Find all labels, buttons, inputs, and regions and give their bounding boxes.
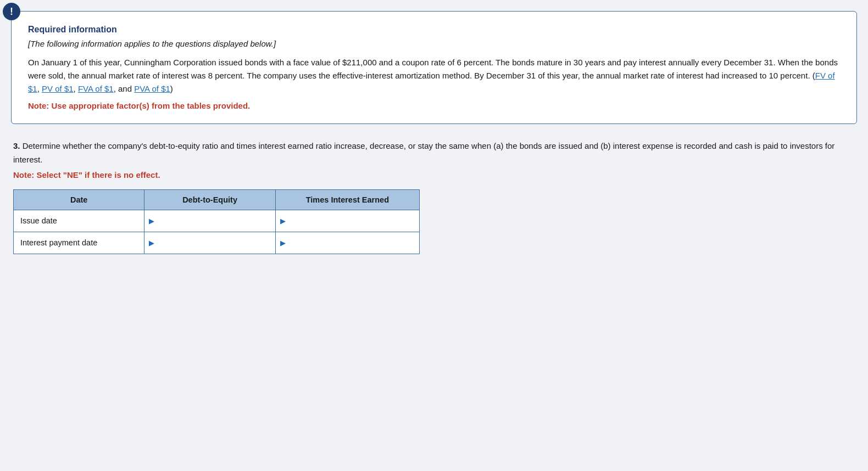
- link-separator-3: , and: [114, 84, 135, 93]
- col-header-debt-equity: Debt-to-Equity: [144, 189, 275, 210]
- italic-info-line: [The following information applies to th…: [28, 39, 840, 48]
- link-pva[interactable]: PVA of $1: [134, 84, 170, 93]
- paragraph-end: ): [170, 84, 173, 93]
- ratios-table: Date Debt-to-Equity Times Interest Earne…: [13, 189, 420, 254]
- row-1-debt-equity-cell[interactable]: ▶: [144, 210, 275, 232]
- info-icon: !: [3, 3, 20, 20]
- row-2-label: Interest payment date: [14, 232, 144, 254]
- row-2-debt-equity-cell[interactable]: ▶: [144, 232, 275, 254]
- question-text: 3. Determine whether the company's debt-…: [13, 139, 855, 167]
- question-note: Note: Select "NE" if there is no effect.: [13, 170, 855, 180]
- row-1-times-interest-cell[interactable]: ▶: [275, 210, 419, 232]
- row-1-times-interest-arrow: ▶: [280, 217, 286, 225]
- link-pv[interactable]: PV of $1: [42, 84, 74, 93]
- table-row: Interest payment date ▶ ▶: [14, 232, 420, 254]
- link-separator-1: ,: [37, 84, 42, 93]
- question-number: 3.: [13, 141, 20, 150]
- info-paragraph: On January 1 of this year, Cunningham Co…: [28, 56, 840, 96]
- row-1-debt-equity-arrow: ▶: [149, 217, 154, 225]
- paragraph-text: On January 1 of this year, Cunningham Co…: [28, 58, 838, 80]
- table-row: Issue date ▶ ▶: [14, 210, 420, 232]
- col-header-times-interest: Times Interest Earned: [275, 189, 419, 210]
- row-2-times-interest-cell[interactable]: ▶: [275, 232, 419, 254]
- row-2-debt-equity-arrow: ▶: [149, 239, 154, 247]
- link-fva[interactable]: FVA of $1: [78, 84, 114, 93]
- row-1-label: Issue date: [14, 210, 144, 232]
- link-separator-2: ,: [74, 84, 78, 93]
- question-body: Determine whether the company's debt-to-…: [13, 141, 834, 164]
- info-box: ! Required information [The following in…: [11, 11, 857, 124]
- table-container: Date Debt-to-Equity Times Interest Earne…: [13, 189, 420, 254]
- info-box-note: Note: Use appropriate factor(s) from the…: [28, 101, 840, 110]
- required-info-title: Required information: [28, 25, 840, 35]
- col-header-date: Date: [14, 189, 144, 210]
- question-section: 3. Determine whether the company's debt-…: [11, 139, 857, 256]
- row-2-times-interest-arrow: ▶: [280, 239, 286, 247]
